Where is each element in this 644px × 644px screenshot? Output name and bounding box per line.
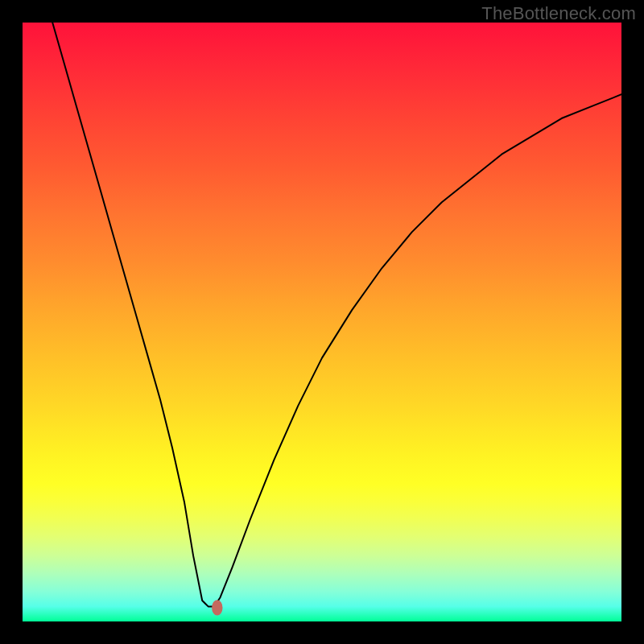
curve-layer: [23, 23, 621, 621]
minimum-marker: [212, 600, 222, 615]
chart-frame: TheBottleneck.com: [0, 0, 644, 644]
bottleneck-curve: [52, 23, 621, 606]
watermark-text: TheBottleneck.com: [481, 3, 636, 24]
